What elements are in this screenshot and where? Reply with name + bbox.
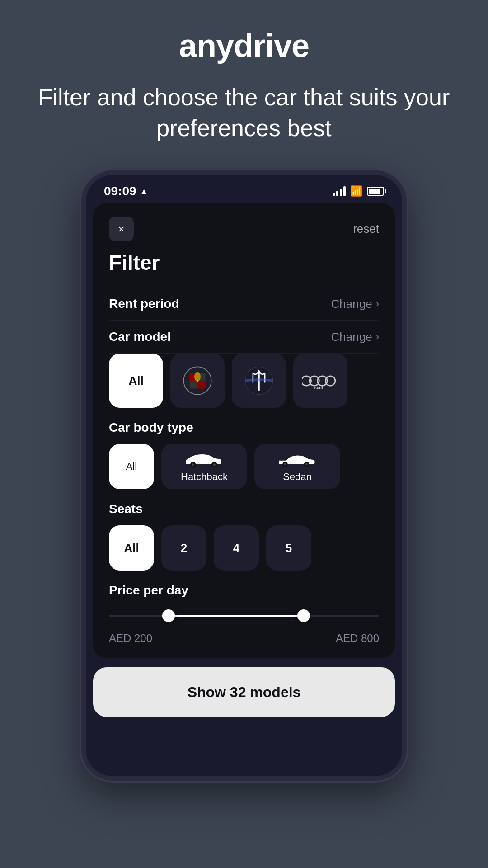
price-slider[interactable] (109, 607, 379, 625)
battery-icon (367, 187, 384, 196)
price-thumb-max[interactable] (297, 609, 310, 622)
filter-title: Filter (109, 250, 379, 275)
slider-fill (169, 615, 304, 617)
app-subtitle: Filter and choose the car that suits you… (0, 82, 488, 143)
price-thumb-min[interactable] (162, 609, 175, 622)
filter-topbar: × reset (109, 217, 379, 241)
wifi-icon: 📶 (350, 185, 362, 197)
status-time: 09:09 ▲ (104, 184, 148, 198)
status-icons: 📶 (333, 185, 384, 197)
car-model-row: Car model Change › (109, 321, 379, 354)
filter-panel: × reset Filter Rent period Change › Car … (93, 203, 395, 658)
rent-period-change-label: Change (331, 297, 372, 311)
close-button[interactable]: × (109, 217, 134, 241)
svg-text:Audi: Audi (314, 386, 323, 390)
seat-2-button[interactable]: 2 (161, 525, 206, 571)
rent-period-label: Rent period (109, 297, 179, 311)
brand-audi-button[interactable]: Audi (293, 354, 347, 408)
body-type-sedan-button[interactable]: Sedan (254, 444, 340, 489)
svg-point-5 (194, 372, 201, 382)
seat-5-button[interactable]: 5 (266, 525, 311, 571)
rent-period-row: Rent period Change › (109, 288, 379, 321)
sedan-label: Sedan (283, 471, 312, 483)
phone-mockup: 09:09 ▲ 📶 × reset Filter Rent period (81, 170, 407, 781)
location-icon: ▲ (140, 187, 148, 196)
signal-bars-icon (333, 186, 346, 196)
show-button-container: Show 32 models (86, 658, 402, 722)
body-type-hatchback-button[interactable]: Hatchback (161, 444, 247, 489)
car-model-change[interactable]: Change › (331, 330, 379, 344)
hatchback-label: Hatchback (181, 471, 228, 483)
brand-maserati-button[interactable] (232, 354, 286, 408)
brand-pills-row: All P (109, 354, 379, 408)
price-labels: AED 200 AED 800 (109, 632, 379, 645)
status-bar: 09:09 ▲ 📶 (86, 175, 402, 203)
show-models-button[interactable]: Show 32 models (93, 667, 395, 717)
price-section: Price per day AED 200 AED 800 (109, 583, 379, 645)
price-min-label: AED 200 (109, 632, 152, 645)
rent-period-change[interactable]: Change › (331, 297, 379, 311)
chevron-right-icon-2: › (376, 331, 379, 343)
body-type-row: All Hatchback (109, 444, 379, 489)
chevron-right-icon: › (376, 298, 379, 310)
seats-label: Seats (109, 502, 379, 516)
app-title: anydrive (179, 27, 309, 64)
car-model-change-label: Change (331, 330, 372, 344)
price-title: Price per day (109, 583, 379, 598)
svg-point-18 (213, 464, 216, 466)
seat-all-button[interactable]: All (109, 525, 154, 571)
svg-point-21 (284, 463, 286, 466)
svg-point-17 (192, 464, 194, 466)
svg-rect-3 (197, 381, 206, 389)
seat-4-button[interactable]: 4 (214, 525, 259, 571)
clock: 09:09 (104, 184, 136, 198)
brand-porsche-button[interactable]: P (170, 354, 225, 408)
body-type-all-button[interactable]: All (109, 444, 154, 489)
reset-button[interactable]: reset (353, 222, 379, 236)
car-body-type-label: Car body type (109, 420, 379, 435)
brand-all-button[interactable]: All (109, 354, 163, 408)
seats-row: All 2 4 5 (109, 525, 379, 571)
price-max-label: AED 800 (336, 632, 379, 645)
svg-point-22 (305, 463, 308, 466)
car-model-label: Car model (109, 330, 171, 344)
